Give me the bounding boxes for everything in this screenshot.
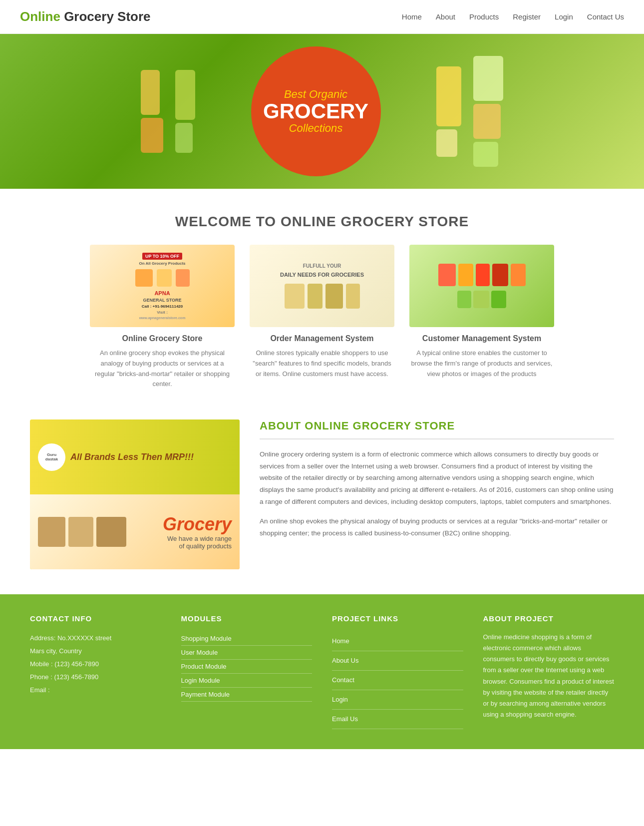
nav-home[interactable]: Home bbox=[402, 12, 422, 21]
footer-phone: Phone : (123) 456-7890 bbox=[30, 671, 161, 684]
footer-email: Email : bbox=[30, 684, 161, 697]
card-grocery-desc: An online grocery shop evokes the physic… bbox=[90, 348, 235, 390]
dastak-logo: Gurudastak bbox=[38, 443, 65, 471]
wide-range: We have a wide range bbox=[163, 535, 232, 542]
footer-address: Address: No.XXXXXX street bbox=[30, 632, 161, 645]
hero-products-right2 bbox=[467, 56, 509, 167]
hero-products-right1 bbox=[430, 66, 467, 157]
card-grocery-image: UP TO 10% OFF On All Grocery Products AP… bbox=[90, 245, 235, 327]
module-payment[interactable]: Payment Module bbox=[181, 688, 313, 702]
footer-modules: MODULES Shopping Module User Module Prod… bbox=[181, 614, 313, 729]
hero-products-left bbox=[135, 70, 169, 153]
nav-about[interactable]: About bbox=[436, 12, 455, 21]
footer-city: Mars city, Country bbox=[30, 645, 161, 658]
module-shopping[interactable]: Shopping Module bbox=[181, 632, 313, 646]
hero-products-left2 bbox=[169, 70, 201, 153]
footer-links-heading: PROJECT LINKS bbox=[332, 614, 463, 623]
logo-text-dark: Grocery Store bbox=[64, 9, 150, 24]
hero-grocery: GROCERY bbox=[263, 101, 368, 122]
module-login[interactable]: Login Module bbox=[181, 674, 313, 688]
welcome-heading: WELCOME TO ONLINE GROCERY STORE bbox=[30, 214, 614, 230]
navbar: Online Grocery Store Home About Products… bbox=[0, 0, 644, 34]
link-login[interactable]: Login bbox=[332, 690, 463, 710]
nav-links: Home About Products Register Login Conta… bbox=[402, 12, 624, 21]
card-customer-desc: A typical online store enables the custo… bbox=[409, 348, 554, 379]
dastak-tagline: All Brands Less Then MRP!!! bbox=[70, 452, 194, 462]
link-contact[interactable]: Contact bbox=[332, 671, 463, 690]
link-about[interactable]: About Us bbox=[332, 651, 463, 671]
apna-phone: Call : +91-9694111420 bbox=[142, 304, 183, 309]
footer-about-text: Online medicine shopping is a form of el… bbox=[483, 632, 615, 720]
grocery-label: Grocery bbox=[163, 514, 232, 535]
footer-mobile: Mobile : (123) 456-7890 bbox=[30, 658, 161, 671]
card-customer-image bbox=[409, 245, 554, 327]
about-para1: Online grocery ordering system is a form… bbox=[260, 448, 614, 507]
card-grocery-title: Online Grocery Store bbox=[90, 334, 235, 343]
about-image-bottom: Grocery We have a wide range of quality … bbox=[30, 494, 240, 569]
footer-about: ABOUT PROJECT Online medicine shopping i… bbox=[483, 614, 615, 729]
footer-modules-heading: MODULES bbox=[181, 614, 313, 623]
footer-contact: CONTACT INFO Address: No.XXXXXX street M… bbox=[30, 614, 161, 729]
link-home[interactable]: Home bbox=[332, 632, 463, 651]
about-divider bbox=[260, 438, 614, 439]
nav-login[interactable]: Login bbox=[555, 12, 573, 21]
apna-badge: UP TO 10% OFF bbox=[142, 253, 182, 260]
logo-text-green: Online bbox=[20, 9, 64, 24]
grocery-text: Grocery We have a wide range of quality … bbox=[163, 514, 232, 550]
nav-register[interactable]: Register bbox=[513, 12, 541, 21]
nav-contact[interactable]: Contact Us bbox=[587, 12, 624, 21]
module-user[interactable]: User Module bbox=[181, 646, 313, 660]
about-content: ABOUT ONLINE GROCERY STORE Online grocer… bbox=[260, 419, 614, 547]
hero-collections: Collections bbox=[289, 122, 343, 135]
link-email[interactable]: Email Us bbox=[332, 710, 463, 729]
about-image-top: Gurudastak All Brands Less Then MRP!!! bbox=[30, 419, 240, 494]
about-para2: An online shop evokes the physical analo… bbox=[260, 515, 614, 539]
card-grocery: UP TO 10% OFF On All Grocery Products AP… bbox=[90, 245, 235, 390]
card-order: FULFULL YOUR DAILY NEEDS FOR GROCERIES O… bbox=[250, 245, 394, 390]
card-order-title: Order Management System bbox=[250, 334, 394, 343]
footer-links: PROJECT LINKS Home About Us Contact Logi… bbox=[332, 614, 463, 729]
card-customer: Customer Management System A typical onl… bbox=[409, 245, 554, 390]
site-logo[interactable]: Online Grocery Store bbox=[20, 9, 151, 24]
hero-banner: Best Organic GROCERY Collections bbox=[0, 34, 644, 189]
apna-title: APNA bbox=[154, 290, 170, 296]
footer: CONTACT INFO Address: No.XXXXXX street M… bbox=[0, 594, 644, 749]
module-product[interactable]: Product Module bbox=[181, 660, 313, 674]
apna-sub: On All Grocery Products bbox=[139, 261, 185, 266]
about-heading: ABOUT ONLINE GROCERY STORE bbox=[260, 419, 614, 432]
nav-products[interactable]: Products bbox=[469, 12, 499, 21]
hero-inner: Best Organic GROCERY Collections bbox=[135, 41, 509, 181]
cards-row: UP TO 10% OFF On All Grocery Products AP… bbox=[30, 245, 614, 390]
card-customer-title: Customer Management System bbox=[409, 334, 554, 343]
quality-text: of quality products bbox=[163, 542, 232, 550]
footer-contact-heading: CONTACT INFO bbox=[30, 614, 161, 623]
card-order-desc: Online stores typically enable shoppers … bbox=[250, 348, 394, 379]
about-image: Gurudastak All Brands Less Then MRP!!! G… bbox=[30, 419, 240, 569]
footer-about-heading: ABOUT PROJECT bbox=[483, 614, 615, 623]
card-order-image: FULFULL YOUR DAILY NEEDS FOR GROCERIES bbox=[250, 245, 394, 327]
welcome-section: WELCOME TO ONLINE GROCERY STORE UP TO 10… bbox=[0, 189, 644, 405]
hero-circle: Best Organic GROCERY Collections bbox=[251, 46, 381, 176]
about-section: Gurudastak All Brands Less Then MRP!!! G… bbox=[0, 405, 644, 594]
